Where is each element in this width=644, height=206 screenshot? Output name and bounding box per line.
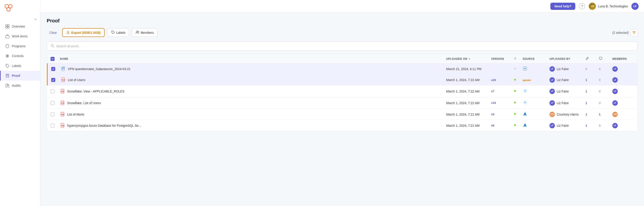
sidebar-nav: Overview Work items Programs <box>0 21 40 206</box>
azure-logo <box>522 113 528 117</box>
header-version: VERSION <box>489 57 512 60</box>
svg-point-14 <box>6 65 7 66</box>
table-row: PDF hypersyncpgss Azure Database for Pos… <box>47 120 638 131</box>
row-6-uploaded-by: LF Liz Faire <box>548 123 584 128</box>
row-5-checkbox-cell[interactable] <box>47 112 58 116</box>
header-source: SOURCE <box>521 57 548 60</box>
row-2-uploader-avatar: LF <box>550 77 555 83</box>
svg-marker-45 <box>524 123 526 127</box>
sidebar: « Overview Work items <box>0 0 40 206</box>
sidebar-item-overview[interactable]: Overview <box>0 21 40 31</box>
row-5-version: v5 <box>489 113 512 116</box>
row-5-uploaded-by: CH Courtney Harris <box>548 112 584 117</box>
svg-point-12 <box>8 56 8 56</box>
header-checkbox-cell[interactable] <box>47 57 58 61</box>
pdf-file-icon: PDF <box>60 123 65 128</box>
row-1-uploaded-on: March 21, 2024, 4:11 PM <box>444 67 489 71</box>
svg-point-21 <box>138 31 139 32</box>
svg-rect-5 <box>6 27 7 28</box>
row-3-uploaded-on: March 1, 2024, 7:22 AM <box>444 90 489 93</box>
export-button[interactable]: Export (0GB/1.5GB) <box>62 28 105 37</box>
row-5-comments: 1 <box>597 113 610 116</box>
svg-text:✳: ✳ <box>524 89 526 93</box>
row-4-checkbox-cell[interactable] <box>47 101 58 105</box>
svg-rect-25 <box>62 67 65 71</box>
row-3-checkbox[interactable] <box>50 89 54 93</box>
row-3-members: LF <box>610 89 638 94</box>
labels-label: Labels <box>116 31 125 34</box>
row-4-checkbox[interactable] <box>50 101 54 105</box>
sidebar-item-programs[interactable]: Programs <box>0 41 40 51</box>
row-6-uploader-avatar: LF <box>550 123 555 128</box>
row-6-member-avatar: LF <box>612 123 618 128</box>
sidebar-collapse-btn[interactable]: « <box>0 17 40 21</box>
svg-line-23 <box>53 46 54 47</box>
row-4-members: LF <box>610 100 638 106</box>
table-row: PDF List of Users March 1, 2024, 7:22 AM… <box>47 75 638 86</box>
row-2-checkbox-cell[interactable] <box>48 78 59 82</box>
row-3-checkbox-cell[interactable] <box>47 89 58 93</box>
select-all-checkbox[interactable] <box>50 57 54 61</box>
svg-point-19 <box>112 32 112 32</box>
row-2-comments: 0 <box>597 78 610 82</box>
header-members: MEMBERS <box>610 57 638 60</box>
members-icon <box>136 30 139 35</box>
sidebar-item-controls[interactable]: Controls <box>0 51 40 61</box>
row-4-uploaded-on: March 1, 2024, 7:22 AM <box>444 101 489 105</box>
top-header: Need help? ? LB Luna B. Technologies LF <box>40 0 644 12</box>
sliders-icon <box>5 54 10 58</box>
need-help-button[interactable]: Need help? <box>550 3 575 10</box>
row-2-checkbox[interactable] <box>51 78 55 82</box>
row-1-checkbox-cell[interactable] <box>48 67 59 71</box>
row-6-version: v6 <box>489 124 512 127</box>
row-6-checkbox-cell[interactable] <box>47 124 58 128</box>
toolbar: Clear Export (0GB/1.5GB) Labels <box>47 28 638 37</box>
row-6-source <box>521 123 548 128</box>
filter-button[interactable] <box>630 29 638 36</box>
row-2-links: 1 <box>584 78 597 82</box>
sidebar-item-labels[interactable]: Labels <box>0 61 40 71</box>
table-row: VPN questionnaire_Galactacore_2024-03-21… <box>47 63 638 75</box>
sidebar-item-audits[interactable]: Audits <box>0 81 40 91</box>
export-label: Export (0GB/1.5GB) <box>71 31 100 34</box>
pdf-file-icon: PDF <box>60 89 65 94</box>
clear-button[interactable]: Clear <box>47 29 60 36</box>
svg-rect-28 <box>62 69 64 69</box>
row-3-links: 1 <box>584 90 597 93</box>
sidebar-item-proof[interactable]: Proof <box>0 71 40 81</box>
row-5-uploaded-on: March 1, 2024, 7:21 AM <box>444 113 489 116</box>
row-5-members: CH <box>610 112 638 117</box>
user-avatar[interactable]: LF <box>632 3 638 10</box>
splunk-logo: splunk> <box>522 79 531 82</box>
help-icon[interactable]: ? <box>579 3 585 9</box>
row-3-name: PDF Snowflake: View - APPLICABLE_ROLES <box>58 89 444 94</box>
row-6-bolt <box>512 124 521 127</box>
table-row: PDF List of Alerts March 1, 2024, 7:21 A… <box>47 109 638 120</box>
sidebar-item-work-items[interactable]: Work items <box>0 31 40 41</box>
row-6-name: PDF hypersyncpgss Azure Database for Pos… <box>58 123 444 128</box>
header-uploaded-on[interactable]: UPLOADED ON <box>444 57 489 60</box>
search-bar <box>47 41 638 51</box>
row-3-comments: 0 <box>597 90 610 93</box>
file-text-icon <box>5 83 10 88</box>
row-6-checkbox[interactable] <box>50 124 54 128</box>
svg-text:PDF: PDF <box>61 114 65 115</box>
row-4-links: 1 <box>584 101 597 105</box>
svg-text:PDF: PDF <box>61 125 65 126</box>
search-input[interactable] <box>56 44 634 48</box>
row-3-member-avatar: LF <box>612 89 618 94</box>
row-3-bolt <box>512 89 521 93</box>
row-4-bolt <box>512 101 521 105</box>
row-1-checkbox[interactable] <box>51 67 55 71</box>
header-comments <box>597 57 610 61</box>
pdf-file-icon: PDF <box>61 77 66 83</box>
row-3-uploaded-by: LF Liz Faire <box>548 89 584 94</box>
labels-button[interactable]: Labels <box>107 28 129 37</box>
bolt-active-icon <box>514 78 516 82</box>
row-5-checkbox[interactable] <box>50 112 54 116</box>
bolt-inactive-icon <box>514 67 516 71</box>
table-body: VPN questionnaire_Galactacore_2024-03-21… <box>47 63 638 131</box>
row-2-source: splunk> <box>521 78 548 82</box>
row-1-uploaded-by: LF Liz Faire <box>548 66 584 72</box>
members-button[interactable]: Members <box>132 28 158 37</box>
